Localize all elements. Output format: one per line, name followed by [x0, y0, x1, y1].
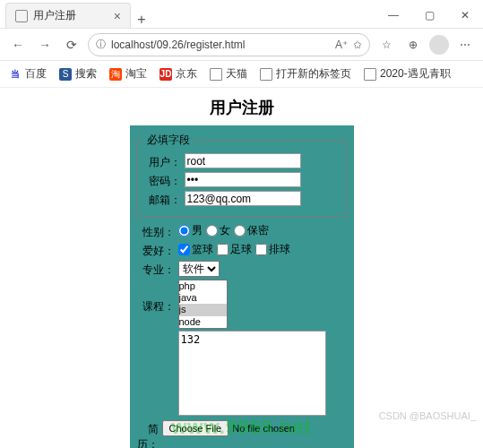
bookmark-label: 天猫 — [226, 66, 247, 82]
gender-male-text: 男 — [192, 223, 203, 238]
course-option-js[interactable]: js — [179, 304, 227, 315]
doc-icon — [210, 68, 222, 81]
favorite-icon[interactable]: ✩ — [353, 39, 362, 51]
course-label: 课程： — [137, 280, 175, 314]
window-titlebar: 用户注册 × + — ▢ ✕ — [0, 0, 483, 29]
bookmark-baidu[interactable]: 当百度 — [9, 66, 47, 82]
reload-button[interactable]: ⟳ — [61, 34, 82, 56]
major-label: 专业： — [137, 261, 175, 278]
textarea-label — [137, 331, 175, 332]
bookmark-label: 京东 — [176, 66, 197, 82]
jd-icon: JD — [160, 68, 172, 81]
close-tab-icon[interactable]: × — [114, 9, 121, 23]
forward-button[interactable]: → — [34, 34, 56, 56]
close-window-button[interactable]: ✕ — [447, 3, 483, 28]
site-info-icon[interactable]: ⓘ — [96, 38, 106, 51]
search-icon: S — [59, 68, 72, 81]
gender-female-text: 女 — [220, 223, 230, 238]
hobby-football-checkbox[interactable] — [217, 244, 229, 255]
address-text: localhost/09.26/register.html — [111, 39, 330, 51]
bookmark-label: 淘宝 — [125, 66, 147, 82]
resume-file-input[interactable] — [162, 420, 349, 436]
email-input[interactable] — [185, 191, 301, 206]
gender-secret-radio[interactable] — [234, 225, 246, 237]
email-label: 邮箱： — [143, 191, 181, 208]
hobby-football-text: 足球 — [230, 242, 252, 257]
fieldset-legend: 必填字段 — [143, 133, 194, 148]
maximize-button[interactable]: ▢ — [411, 3, 447, 28]
page-content: 用户注册 必填字段 用户： 密码： 邮箱： 性别： 男 女 保密 — [0, 88, 483, 448]
bookmarks-bar: 当百度 S搜索 淘淘宝 JD京东 天猫 打开新的标签页 2020-遇见青职 — [0, 61, 483, 88]
taobao-icon: 淘 — [109, 68, 122, 81]
hobby-volleyball-text: 排球 — [269, 242, 290, 257]
register-form: 必填字段 用户： 密码： 邮箱： 性别： 男 女 保密 — [130, 125, 354, 448]
bookmark-tmall[interactable]: 天猫 — [210, 66, 247, 82]
course-option-java[interactable]: java — [179, 292, 227, 304]
bookmark-jd[interactable]: JD京东 — [160, 66, 197, 82]
bookmark-newtab[interactable]: 打开新的标签页 — [260, 66, 351, 82]
page-icon — [15, 10, 28, 22]
gender-female-radio[interactable] — [206, 225, 218, 237]
doc-icon — [364, 68, 376, 81]
resume-label: 简历： — [137, 420, 159, 448]
new-tab-button[interactable]: + — [131, 12, 152, 28]
collections-button[interactable]: ⊕ — [402, 34, 424, 56]
baidu-icon: 当 — [9, 68, 22, 81]
course-multiselect[interactable]: php java js node — [178, 280, 228, 329]
page-title: 用户注册 — [0, 97, 483, 118]
bookmark-label: 搜索 — [75, 66, 97, 82]
major-select[interactable]: 软件 — [178, 261, 220, 277]
user-label: 用户： — [143, 153, 181, 170]
course-option-php[interactable]: php — [179, 280, 227, 292]
user-input[interactable] — [185, 153, 301, 168]
hobby-basketball-text: 篮球 — [192, 242, 213, 257]
reader-mode-icon[interactable]: A⁺ — [335, 39, 348, 51]
gender-secret-text: 保密 — [247, 223, 269, 238]
bookmark-taobao[interactable]: 淘淘宝 — [109, 66, 147, 82]
password-input[interactable] — [185, 172, 301, 187]
password-label: 密码： — [143, 172, 181, 189]
minimize-button[interactable]: — — [375, 3, 411, 28]
bookmark-label: 2020-遇见青职 — [380, 66, 451, 82]
bio-textarea[interactable]: 132 — [178, 331, 326, 416]
favorites-button[interactable]: ☆ — [375, 34, 397, 56]
browser-tab[interactable]: 用户注册 × — [5, 3, 131, 28]
bookmark-year[interactable]: 2020-遇见青职 — [364, 66, 451, 82]
back-button[interactable]: ← — [7, 34, 29, 56]
hobby-label: 爱好： — [137, 242, 175, 259]
hobby-basketball-checkbox[interactable] — [178, 244, 190, 255]
gender-male-radio[interactable] — [178, 225, 190, 237]
hobby-volleyball-checkbox[interactable] — [255, 244, 267, 255]
bookmark-search[interactable]: S搜索 — [59, 66, 97, 82]
menu-button[interactable]: ⋯ — [454, 34, 476, 56]
bookmark-label: 打开新的标签页 — [276, 66, 351, 82]
gender-label: 性别： — [137, 223, 175, 240]
profile-avatar[interactable] — [429, 35, 449, 55]
window-controls: — ▢ ✕ — [375, 3, 483, 28]
browser-toolbar: ← → ⟳ ⓘ localhost/09.26/register.html A⁺… — [0, 29, 483, 61]
bookmark-label: 百度 — [25, 66, 47, 82]
course-option-node[interactable]: node — [179, 316, 227, 328]
address-bar[interactable]: ⓘ localhost/09.26/register.html A⁺ ✩ — [88, 33, 370, 56]
tab-title: 用户注册 — [33, 8, 108, 23]
doc-icon — [260, 68, 272, 81]
required-fieldset: 必填字段 用户： 密码： 邮箱： — [137, 133, 347, 218]
